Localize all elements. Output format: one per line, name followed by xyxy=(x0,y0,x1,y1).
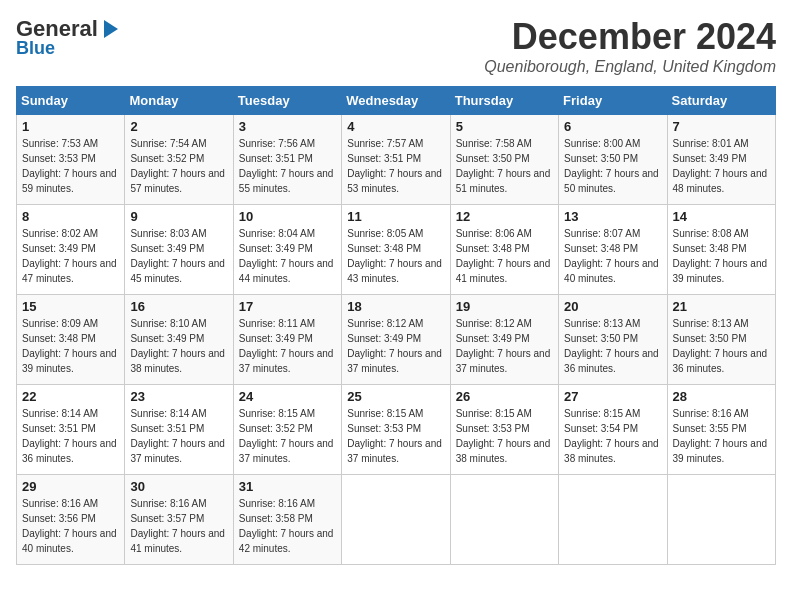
day-number: 24 xyxy=(239,389,336,404)
day-info: Sunrise: 7:53 AMSunset: 3:53 PMDaylight:… xyxy=(22,136,119,196)
day-number: 21 xyxy=(673,299,770,314)
calendar-cell: 1Sunrise: 7:53 AMSunset: 3:53 PMDaylight… xyxy=(17,115,125,205)
title-area: December 2024 Queniborough, England, Uni… xyxy=(484,16,776,76)
day-info: Sunrise: 8:08 AMSunset: 3:48 PMDaylight:… xyxy=(673,226,770,286)
month-title: December 2024 xyxy=(484,16,776,58)
calendar-cell: 21Sunrise: 8:13 AMSunset: 3:50 PMDayligh… xyxy=(667,295,775,385)
day-info: Sunrise: 8:05 AMSunset: 3:48 PMDaylight:… xyxy=(347,226,444,286)
day-number: 10 xyxy=(239,209,336,224)
calendar-cell: 26Sunrise: 8:15 AMSunset: 3:53 PMDayligh… xyxy=(450,385,558,475)
weekday-header-sunday: Sunday xyxy=(17,87,125,115)
calendar-cell: 28Sunrise: 8:16 AMSunset: 3:55 PMDayligh… xyxy=(667,385,775,475)
calendar-cell: 2Sunrise: 7:54 AMSunset: 3:52 PMDaylight… xyxy=(125,115,233,205)
calendar-cell xyxy=(342,475,450,565)
day-info: Sunrise: 8:09 AMSunset: 3:48 PMDaylight:… xyxy=(22,316,119,376)
day-info: Sunrise: 8:15 AMSunset: 3:54 PMDaylight:… xyxy=(564,406,661,466)
day-number: 15 xyxy=(22,299,119,314)
calendar-cell: 11Sunrise: 8:05 AMSunset: 3:48 PMDayligh… xyxy=(342,205,450,295)
day-number: 6 xyxy=(564,119,661,134)
calendar-cell: 22Sunrise: 8:14 AMSunset: 3:51 PMDayligh… xyxy=(17,385,125,475)
day-info: Sunrise: 8:12 AMSunset: 3:49 PMDaylight:… xyxy=(456,316,553,376)
day-number: 16 xyxy=(130,299,227,314)
day-info: Sunrise: 8:15 AMSunset: 3:53 PMDaylight:… xyxy=(456,406,553,466)
day-info: Sunrise: 8:03 AMSunset: 3:49 PMDaylight:… xyxy=(130,226,227,286)
calendar-cell: 18Sunrise: 8:12 AMSunset: 3:49 PMDayligh… xyxy=(342,295,450,385)
day-info: Sunrise: 7:54 AMSunset: 3:52 PMDaylight:… xyxy=(130,136,227,196)
day-number: 27 xyxy=(564,389,661,404)
logo-triangle-icon xyxy=(98,18,120,40)
calendar-cell: 8Sunrise: 8:02 AMSunset: 3:49 PMDaylight… xyxy=(17,205,125,295)
day-info: Sunrise: 8:01 AMSunset: 3:49 PMDaylight:… xyxy=(673,136,770,196)
calendar-cell: 15Sunrise: 8:09 AMSunset: 3:48 PMDayligh… xyxy=(17,295,125,385)
day-number: 5 xyxy=(456,119,553,134)
calendar-cell: 27Sunrise: 8:15 AMSunset: 3:54 PMDayligh… xyxy=(559,385,667,475)
calendar-cell: 20Sunrise: 8:13 AMSunset: 3:50 PMDayligh… xyxy=(559,295,667,385)
day-number: 11 xyxy=(347,209,444,224)
day-number: 14 xyxy=(673,209,770,224)
day-info: Sunrise: 8:02 AMSunset: 3:49 PMDaylight:… xyxy=(22,226,119,286)
calendar-cell: 4Sunrise: 7:57 AMSunset: 3:51 PMDaylight… xyxy=(342,115,450,205)
calendar-cell xyxy=(450,475,558,565)
calendar-cell xyxy=(559,475,667,565)
weekday-header-tuesday: Tuesday xyxy=(233,87,341,115)
day-number: 30 xyxy=(130,479,227,494)
day-number: 20 xyxy=(564,299,661,314)
location-title: Queniborough, England, United Kingdom xyxy=(484,58,776,76)
day-info: Sunrise: 8:16 AMSunset: 3:57 PMDaylight:… xyxy=(130,496,227,556)
day-info: Sunrise: 8:16 AMSunset: 3:58 PMDaylight:… xyxy=(239,496,336,556)
calendar-cell: 17Sunrise: 8:11 AMSunset: 3:49 PMDayligh… xyxy=(233,295,341,385)
day-info: Sunrise: 8:15 AMSunset: 3:52 PMDaylight:… xyxy=(239,406,336,466)
calendar-cell: 24Sunrise: 8:15 AMSunset: 3:52 PMDayligh… xyxy=(233,385,341,475)
logo: General Blue xyxy=(16,16,120,59)
weekday-header-monday: Monday xyxy=(125,87,233,115)
day-number: 18 xyxy=(347,299,444,314)
day-number: 13 xyxy=(564,209,661,224)
day-info: Sunrise: 7:56 AMSunset: 3:51 PMDaylight:… xyxy=(239,136,336,196)
calendar-cell: 14Sunrise: 8:08 AMSunset: 3:48 PMDayligh… xyxy=(667,205,775,295)
calendar-cell: 19Sunrise: 8:12 AMSunset: 3:49 PMDayligh… xyxy=(450,295,558,385)
day-number: 7 xyxy=(673,119,770,134)
calendar-cell: 13Sunrise: 8:07 AMSunset: 3:48 PMDayligh… xyxy=(559,205,667,295)
day-number: 9 xyxy=(130,209,227,224)
day-info: Sunrise: 8:14 AMSunset: 3:51 PMDaylight:… xyxy=(22,406,119,466)
calendar-week-row: 15Sunrise: 8:09 AMSunset: 3:48 PMDayligh… xyxy=(17,295,776,385)
day-info: Sunrise: 8:11 AMSunset: 3:49 PMDaylight:… xyxy=(239,316,336,376)
calendar-cell xyxy=(667,475,775,565)
day-info: Sunrise: 7:57 AMSunset: 3:51 PMDaylight:… xyxy=(347,136,444,196)
calendar-week-row: 29Sunrise: 8:16 AMSunset: 3:56 PMDayligh… xyxy=(17,475,776,565)
day-number: 1 xyxy=(22,119,119,134)
day-info: Sunrise: 8:04 AMSunset: 3:49 PMDaylight:… xyxy=(239,226,336,286)
calendar-cell: 5Sunrise: 7:58 AMSunset: 3:50 PMDaylight… xyxy=(450,115,558,205)
day-number: 29 xyxy=(22,479,119,494)
weekday-header-saturday: Saturday xyxy=(667,87,775,115)
day-number: 31 xyxy=(239,479,336,494)
calendar-week-row: 22Sunrise: 8:14 AMSunset: 3:51 PMDayligh… xyxy=(17,385,776,475)
header: General Blue December 2024 Queniborough,… xyxy=(16,16,776,76)
calendar-week-row: 1Sunrise: 7:53 AMSunset: 3:53 PMDaylight… xyxy=(17,115,776,205)
day-number: 8 xyxy=(22,209,119,224)
calendar-week-row: 8Sunrise: 8:02 AMSunset: 3:49 PMDaylight… xyxy=(17,205,776,295)
weekday-header-friday: Friday xyxy=(559,87,667,115)
calendar-cell: 3Sunrise: 7:56 AMSunset: 3:51 PMDaylight… xyxy=(233,115,341,205)
calendar-cell: 12Sunrise: 8:06 AMSunset: 3:48 PMDayligh… xyxy=(450,205,558,295)
calendar-cell: 30Sunrise: 8:16 AMSunset: 3:57 PMDayligh… xyxy=(125,475,233,565)
calendar-cell: 23Sunrise: 8:14 AMSunset: 3:51 PMDayligh… xyxy=(125,385,233,475)
day-info: Sunrise: 8:16 AMSunset: 3:56 PMDaylight:… xyxy=(22,496,119,556)
svg-marker-0 xyxy=(104,20,118,38)
day-number: 4 xyxy=(347,119,444,134)
calendar-cell: 31Sunrise: 8:16 AMSunset: 3:58 PMDayligh… xyxy=(233,475,341,565)
calendar-cell: 29Sunrise: 8:16 AMSunset: 3:56 PMDayligh… xyxy=(17,475,125,565)
day-info: Sunrise: 8:16 AMSunset: 3:55 PMDaylight:… xyxy=(673,406,770,466)
day-info: Sunrise: 8:06 AMSunset: 3:48 PMDaylight:… xyxy=(456,226,553,286)
logo-blue-text: Blue xyxy=(16,38,120,59)
day-info: Sunrise: 7:58 AMSunset: 3:50 PMDaylight:… xyxy=(456,136,553,196)
day-info: Sunrise: 8:07 AMSunset: 3:48 PMDaylight:… xyxy=(564,226,661,286)
calendar-cell: 10Sunrise: 8:04 AMSunset: 3:49 PMDayligh… xyxy=(233,205,341,295)
day-info: Sunrise: 8:14 AMSunset: 3:51 PMDaylight:… xyxy=(130,406,227,466)
day-number: 23 xyxy=(130,389,227,404)
day-number: 3 xyxy=(239,119,336,134)
calendar-cell: 25Sunrise: 8:15 AMSunset: 3:53 PMDayligh… xyxy=(342,385,450,475)
day-number: 25 xyxy=(347,389,444,404)
weekday-header-row: SundayMondayTuesdayWednesdayThursdayFrid… xyxy=(17,87,776,115)
day-number: 17 xyxy=(239,299,336,314)
